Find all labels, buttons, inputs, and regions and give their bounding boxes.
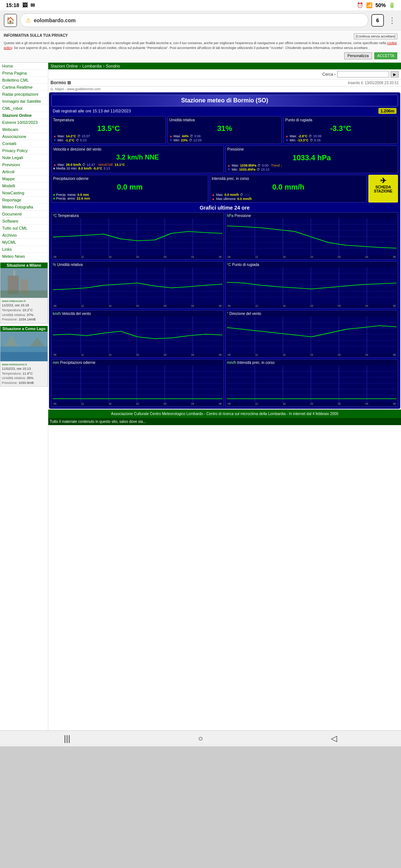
down-arrow: ▼	[53, 138, 56, 142]
sidebar-item-stazioni[interactable]: Stazioni Online	[0, 112, 48, 119]
home-button[interactable]: 🏠	[4, 14, 17, 27]
up-arrow: ▲	[169, 134, 173, 138]
sidebar-item-robot[interactable]: CML_robot	[0, 105, 48, 112]
precip-value: 0.0 mm	[53, 181, 206, 193]
sidebar-item-radar[interactable]: Radar precipitazioni	[0, 91, 48, 98]
data-grid-row2: Velocità e direzione del vento 3.2 km/h …	[51, 145, 398, 173]
personalizza-button[interactable]: Personalizza	[344, 52, 372, 59]
precip-anno-val: 22.6 mm	[76, 197, 90, 200]
breadcrumb-lombardia[interactable]: Lombardia	[82, 64, 102, 68]
sidebar-item-links[interactable]: Links	[0, 246, 48, 253]
vento-media-row: ■ Media 10 min: 8.0 km/h -5.0°C 3:13	[53, 167, 125, 170]
sidebar: Home Prima Pagina Bollettino CML Cartina…	[0, 63, 48, 730]
sidebar-item-webcam[interactable]: Webcam	[0, 126, 48, 133]
sidebar-item-immagini[interactable]: Immagini dal Satellite	[0, 98, 48, 105]
sidebar-item-meteo-foto[interactable]: Meteo Fotografia	[0, 204, 48, 211]
rugiada-max-label: Max:	[290, 134, 297, 138]
sidebar-item-software[interactable]: Software	[0, 218, 48, 225]
temperatura-max-row: ▲ Max: 14.2°C ⏱ 15:07	[53, 134, 164, 138]
umidita-value: 31%	[169, 123, 280, 134]
svg-rect-65	[227, 316, 397, 354]
sidebar-item-home[interactable]: Home	[0, 63, 48, 70]
search-input[interactable]	[337, 71, 389, 78]
temperatura-cell: Temperatura 13.5°C ▲ Max: 14.2°C ⏱ 15:07…	[51, 116, 166, 144]
precip-mese: ■ Precip. mese: 0.5 mm	[53, 193, 206, 197]
clock-icon2: ⏱	[189, 138, 192, 142]
umidita-max-time: 3:06	[194, 134, 201, 138]
media-icon: ■	[53, 167, 55, 170]
chart-umidita-title: % Umidità relativa	[53, 263, 222, 267]
status-right: ⏰ 📶 50% 🔋	[357, 2, 395, 8]
message-icon: ✉	[30, 2, 35, 8]
tab-count[interactable]: 6	[371, 14, 384, 27]
svg-rect-4	[0, 290, 48, 298]
trend-label: Trend ↓	[271, 164, 282, 167]
url-bar[interactable]: ⚠ eolombardo.com	[20, 13, 368, 27]
umidita-min-row: ▼ Min: 23% ⏱ 12:05	[169, 138, 280, 142]
sidebar-item-meteo-news[interactable]: Meteo News	[0, 253, 48, 260]
browser-menu-button[interactable]: ⋮	[387, 14, 397, 26]
sidebar-item-mappe[interactable]: Mappe	[0, 175, 48, 183]
nav-home-button[interactable]: ○	[198, 734, 203, 743]
clock-icon: ⏱	[309, 134, 312, 138]
sidebar-item-associazione[interactable]: Associazione	[0, 133, 48, 140]
chart-vento-dir-area	[227, 316, 397, 354]
umidita-cell: Umidità relativa 31% ▲ Max: 44% ⏱ 3:06 ▼…	[167, 116, 282, 144]
precip-anno: ■ Precip. anno: 22.6 mm	[53, 197, 206, 200]
sidebar-item-note-legali[interactable]: Note Legali	[0, 154, 48, 161]
media-val: 8.0 km/h	[78, 167, 92, 170]
sidebar-item-nowcasting[interactable]: NowCasting	[0, 190, 48, 197]
accetta-button[interactable]: ACCETTA	[374, 52, 397, 59]
website: Home Prima Pagina Bollettino CML Cartina…	[0, 63, 401, 730]
temperatura-min-row: ▼ Min: -1.2°C ⏱ 5:23	[53, 138, 164, 142]
chart-intensita-xlabels: 08121620000408	[227, 402, 397, 405]
como-widget-data: www.meteocomo.it 11/02/23, ore 15:13 Tem…	[0, 361, 48, 387]
sidebar-item-previsioni[interactable]: Previsioni	[0, 161, 48, 168]
como-temp: Temperatura: 11.9°C	[2, 371, 46, 376]
sidebar-item-modelli[interactable]: Modelli	[0, 183, 48, 190]
station-subtitle: Dati registrati alle ore 15:13 del 11/02…	[51, 108, 398, 114]
nav-back-button[interactable]: |||	[64, 734, 70, 743]
chart-umidita: % Umidità relativa	[51, 261, 224, 309]
nav-bottom: ||| ○ ◁	[0, 730, 401, 746]
nav-recent-button[interactable]: ◁	[331, 734, 337, 743]
cookie-policy-link[interactable]: cookie policy	[4, 41, 397, 50]
windchill-time: 3:13	[104, 167, 110, 170]
como-widget-title: Situazione a Como Lago	[0, 326, 48, 332]
station-card: Stazione meteo di Bormio (SO) Dati regis…	[49, 92, 400, 409]
sidebar-item-bollettino[interactable]: Bollettino CML	[0, 77, 48, 84]
rugiada-min-label: Min:	[290, 138, 296, 142]
como-umidita: Umidità relativa: 35%	[2, 376, 46, 381]
sidebar-item-archivio[interactable]: Archivio	[0, 232, 48, 239]
breadcrumb-stazioni[interactable]: Stazioni Online	[50, 64, 78, 68]
precip-cell: Precipitazioni odierne 0.0 mm ■ Precip. …	[51, 175, 208, 203]
sidebar-item-cartina[interactable]: Cartina Realtime	[0, 84, 48, 91]
pressione-min-time: 15:13	[261, 168, 270, 171]
search-button[interactable]: ▶	[391, 71, 399, 78]
sidebar-item-reportage[interactable]: Reportage	[0, 197, 48, 204]
sidebar-item-articoli[interactable]: Articoli	[0, 168, 48, 175]
chart-temperatura-area	[53, 218, 222, 256]
breadcrumb-sondrio[interactable]: Sondrio	[106, 64, 120, 68]
scheda-label: SCHEDA	[370, 185, 397, 189]
milano-widget-data: www.milanocam.it 11/2/23, ore 15:18 Temp…	[0, 298, 48, 323]
sidebar-item-tutto-cml[interactable]: Tutto sul CML	[0, 225, 48, 232]
vento-details-left: ▲ Max: 29.0 km/h ⏱ 12:47 WindChill: 13.1…	[53, 163, 125, 170]
station-name: Bormio ⊞	[50, 80, 71, 85]
sidebar-item-contatti[interactable]: Contatti	[0, 140, 48, 147]
milano-pressione: Pressione: 1034.14mB	[2, 317, 46, 322]
milano-temp: Temperatura: 10.2°C	[2, 308, 46, 313]
sidebar-item-estremi[interactable]: Estremi 10/02/2023	[0, 119, 48, 126]
cookie-continue-button[interactable]: [Continua senza accettare]	[354, 33, 397, 39]
sidebar-item-prima-pagina[interactable]: Prima Pagina	[0, 70, 48, 77]
media-dir: -5.0°C	[93, 167, 102, 170]
scheda-stazione-button[interactable]: ✈ SCHEDA STAZIONE	[368, 175, 398, 203]
sidebar-item-privacy[interactable]: Privacy Policy	[0, 147, 48, 154]
sidebar-item-mycml[interactable]: MyCML	[0, 239, 48, 246]
como-pressione: Pressione: 1033.9mB	[2, 381, 46, 385]
website-footer: Associazione Culturale Centro Meteorolog…	[48, 410, 401, 418]
chart-pressione: hPa Pressione	[225, 212, 398, 260]
rugiada-min-time: 6:26	[314, 138, 321, 142]
temp-max-label: Max:	[58, 134, 65, 138]
sidebar-item-documenti[interactable]: Documenti	[0, 211, 48, 218]
